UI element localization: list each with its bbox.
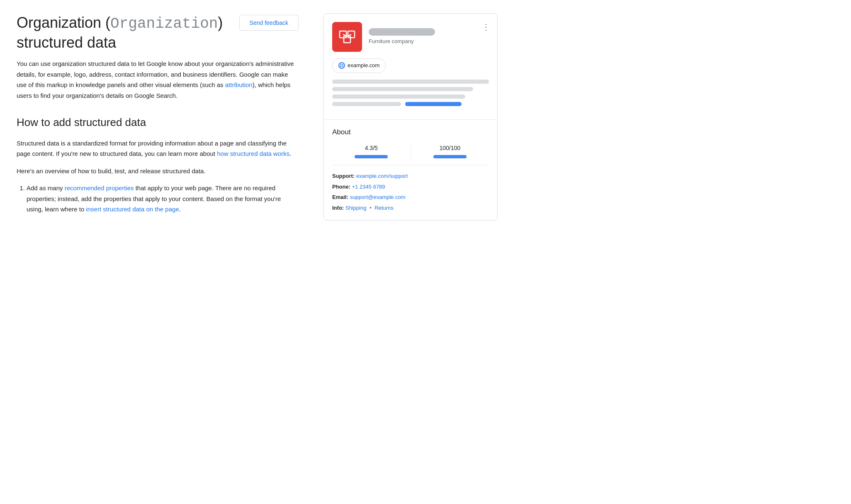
info-row: Info: Shipping • Returns xyxy=(332,204,489,212)
list-item-1: Add as many recommended properties that … xyxy=(27,183,299,215)
steps-list: Add as many recommended properties that … xyxy=(27,183,299,215)
rating-bar-2 xyxy=(433,155,467,158)
title-code: Organization xyxy=(110,15,218,32)
support-row: Support: example.com/support xyxy=(332,172,489,180)
globe-icon xyxy=(338,62,345,69)
recommended-properties-link[interactable]: recommended properties xyxy=(65,184,134,191)
website-text: example.com xyxy=(348,61,379,70)
content-bar-blue xyxy=(405,102,462,106)
intro-paragraph: You can use organization structured data… xyxy=(17,58,299,101)
content-bar-3 xyxy=(332,94,465,99)
support-label: Support: xyxy=(332,173,355,179)
about-section: About 4.3/5 100/100 Support: example.com… xyxy=(324,120,497,220)
list-item1-prefix: Add as many xyxy=(27,184,65,191)
ratings-row: 4.3/5 100/100 xyxy=(332,143,489,165)
svg-rect-2 xyxy=(344,36,350,43)
shipping-link[interactable]: Shipping xyxy=(345,205,367,211)
list-item1-suffix: . xyxy=(179,206,181,213)
three-dots-menu[interactable]: ⋮ xyxy=(482,20,491,34)
info-separator: • xyxy=(368,205,373,211)
org-name-area: Furniture company xyxy=(369,28,435,46)
org-type: Furniture company xyxy=(369,37,435,46)
section-heading-1: How to add structured data xyxy=(17,114,299,131)
content-bar-row xyxy=(332,102,489,106)
page-title: Organization (Organization) structured d… xyxy=(17,13,229,52)
website-pill[interactable]: example.com xyxy=(332,58,386,73)
about-heading: About xyxy=(332,126,489,138)
card-top: ⋮ Furniture company xyxy=(324,14,497,119)
email-row: Email: support@example.com xyxy=(332,193,489,201)
rating-box-1: 4.3/5 xyxy=(332,143,411,158)
rating-bar-1 xyxy=(355,155,388,158)
email-link[interactable]: support@example.com xyxy=(350,194,406,200)
content-bar-2 xyxy=(332,87,473,91)
returns-link[interactable]: Returns xyxy=(374,205,394,211)
org-header: Furniture company xyxy=(332,22,489,52)
org-name-placeholder xyxy=(369,28,435,36)
content-bars xyxy=(332,80,489,106)
insert-structured-data-link[interactable]: insert structured data on the page xyxy=(86,206,179,213)
org-logo xyxy=(332,22,362,52)
rating-box-2: 100/100 xyxy=(411,143,489,158)
content-bar-short xyxy=(332,102,401,106)
section1-para2: Here's an overview of how to build, test… xyxy=(17,166,299,177)
email-label: Email: xyxy=(332,194,348,200)
structured-data-works-link[interactable]: how structured data works xyxy=(217,150,289,157)
para1-text-suffix: . xyxy=(289,150,291,157)
phone-label: Phone: xyxy=(332,184,350,190)
info-label: Info: xyxy=(332,205,344,211)
send-feedback-button[interactable]: Send feedback xyxy=(239,15,299,31)
section1-para1: Structured data is a standardized format… xyxy=(17,138,299,159)
contact-info: Support: example.com/support Phone: +1 2… xyxy=(332,172,489,212)
phone-link[interactable]: +1 2345 6789 xyxy=(352,184,385,190)
content-bar-1 xyxy=(332,80,489,84)
knowledge-card: ⋮ Furniture company xyxy=(323,13,498,220)
phone-row: Phone: +1 2345 6789 xyxy=(332,183,489,191)
rating-value-1: 4.3/5 xyxy=(365,143,378,153)
knowledge-panel: ⋮ Furniture company xyxy=(323,13,498,220)
title-prefix: Organization ( xyxy=(17,14,110,31)
attribution-link[interactable]: attribution xyxy=(225,81,253,88)
support-link[interactable]: example.com/support xyxy=(356,173,408,179)
rating-value-2: 100/100 xyxy=(439,143,460,153)
